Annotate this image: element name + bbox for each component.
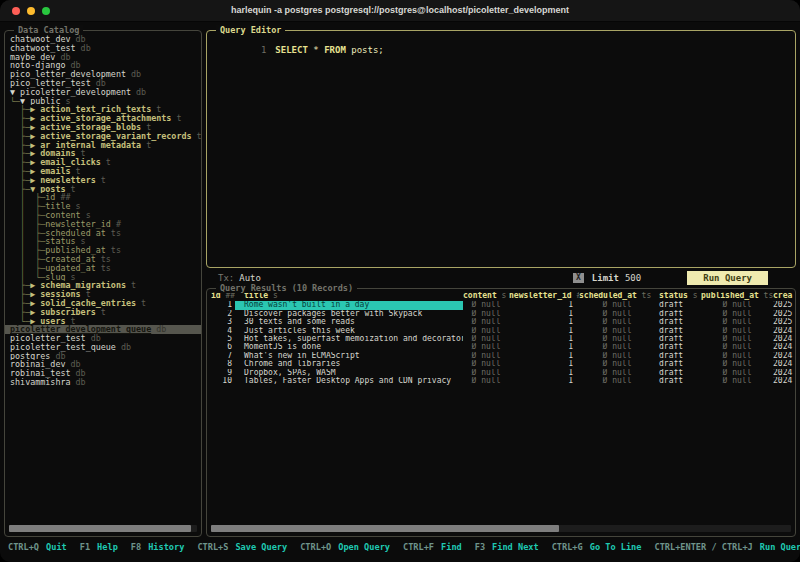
limit-value-input[interactable]: 500 bbox=[625, 273, 641, 283]
shortcut-action-run-query[interactable]: Run Query bbox=[760, 542, 800, 552]
cell-created_at[interactable]: 2024 bbox=[773, 352, 793, 360]
cell-title[interactable]: Just articles this week bbox=[235, 327, 463, 335]
catalog-item-maybe_dev[interactable]: maybe_dev db bbox=[5, 53, 201, 62]
chevron-right-icon[interactable]: ▶ bbox=[30, 308, 40, 317]
catalog-item-content[interactable]: │ ├─content s bbox=[5, 211, 201, 220]
cell-scheduled_at[interactable]: Ø null bbox=[579, 335, 655, 343]
cell-newsletter_id[interactable]: 1 bbox=[509, 369, 579, 377]
catalog-item-active_storage_blobs[interactable]: ├─▶ active_storage_blobs t bbox=[5, 123, 201, 132]
catalog-item-email_clicks[interactable]: ├─▶ email_clicks t bbox=[5, 158, 201, 167]
cell-created_at[interactable]: 2024 bbox=[773, 343, 793, 351]
column-header-published_at[interactable]: published_at ts bbox=[701, 292, 773, 300]
table-row[interactable]: 2Discover packages better with SkypackØ … bbox=[211, 310, 795, 318]
chevron-right-icon[interactable]: ▶ bbox=[30, 317, 40, 326]
catalog-item-ar_internal_metadata[interactable]: ├─▶ ar_internal_metadata t bbox=[5, 141, 201, 150]
cell-newsletter_id[interactable]: 1 bbox=[509, 377, 579, 385]
cell-published_at[interactable]: Ø null bbox=[701, 327, 773, 335]
table-row[interactable]: 9Dropbox, SPAs, WASMØ null1Ø nulldraftØ … bbox=[211, 369, 795, 377]
column-header-status[interactable]: status s bbox=[655, 292, 701, 300]
catalog-item-status[interactable]: │ ├─status s bbox=[5, 237, 201, 246]
catalog-item-noto-django[interactable]: noto-django db bbox=[5, 61, 201, 70]
cell-content[interactable]: Ø null bbox=[463, 335, 509, 343]
cell-id[interactable]: 7 bbox=[211, 352, 235, 360]
cell-published_at[interactable]: Ø null bbox=[701, 335, 773, 343]
chevron-down-icon[interactable]: ▼ bbox=[10, 88, 20, 97]
cell-created_at[interactable]: 2024 bbox=[773, 335, 793, 343]
cell-status[interactable]: draft bbox=[655, 360, 701, 368]
shortcut-action-quit[interactable]: Quit bbox=[46, 542, 67, 552]
table-row[interactable]: 4Just articles this weekØ null1Ø nulldra… bbox=[211, 327, 795, 335]
cell-newsletter_id[interactable]: 1 bbox=[509, 352, 579, 360]
catalog-item-newsletter_id[interactable]: │ ├─newsletter_id # bbox=[5, 220, 201, 229]
catalog-item-picoletter_development[interactable]: ▼ picoletter_development db bbox=[5, 88, 201, 97]
catalog-item-scheduled_at[interactable]: │ ├─scheduled_at ts bbox=[5, 229, 201, 238]
cell-content[interactable]: Ø null bbox=[463, 327, 509, 335]
cell-id[interactable]: 1 bbox=[211, 301, 235, 309]
cell-id[interactable]: 9 bbox=[211, 369, 235, 377]
catalog-item-picoletter_test_queue[interactable]: picoletter_test_queue db bbox=[5, 343, 201, 352]
chevron-down-icon[interactable]: ▼ bbox=[20, 97, 30, 106]
catalog-item-published_at[interactable]: │ ├─published_at ts bbox=[5, 246, 201, 255]
cell-title[interactable]: Dropbox, SPAs, WASM bbox=[235, 369, 463, 377]
catalog-item-pico_letter_test[interactable]: pico_letter_test db bbox=[5, 79, 201, 88]
cell-status[interactable]: draft bbox=[655, 343, 701, 351]
cell-status[interactable]: draft bbox=[655, 335, 701, 343]
catalog-item-active_storage_attachments[interactable]: ├─▶ active_storage_attachments t bbox=[5, 114, 201, 123]
catalog-item-newsletters[interactable]: ├─▶ newsletters t bbox=[5, 176, 201, 185]
shortcut-action-open-query[interactable]: Open Query bbox=[338, 542, 390, 552]
chevron-right-icon[interactable]: ▶ bbox=[30, 176, 40, 185]
cell-status[interactable]: draft bbox=[655, 318, 701, 326]
cell-title[interactable]: Tables, Faster Desktop Apps and CDN priv… bbox=[235, 377, 463, 385]
transaction-mode[interactable]: Tx:Auto bbox=[206, 273, 261, 283]
chevron-right-icon[interactable]: ▶ bbox=[30, 123, 40, 132]
catalog-item-public[interactable]: └─▼ public s bbox=[5, 97, 201, 106]
table-row[interactable]: 5Hot takes, superfast memoization and de… bbox=[211, 335, 795, 343]
column-header-content[interactable]: content s bbox=[463, 292, 509, 300]
cell-newsletter_id[interactable]: 1 bbox=[509, 301, 579, 309]
shortcut-action-find-next[interactable]: Find Next bbox=[492, 542, 539, 552]
cell-scheduled_at[interactable]: Ø null bbox=[579, 360, 655, 368]
catalog-item-posts[interactable]: ├─▼ posts t bbox=[5, 185, 201, 194]
cell-status[interactable]: draft bbox=[655, 352, 701, 360]
cell-created_at[interactable]: 2024 bbox=[773, 369, 793, 377]
cell-title[interactable]: Hot takes, superfast memoization and dec… bbox=[235, 335, 463, 343]
table-row[interactable]: 8Chrome and librariesØ null1Ø nulldraftØ… bbox=[211, 360, 795, 368]
cell-status[interactable]: draft bbox=[655, 377, 701, 385]
cell-content[interactable]: Ø null bbox=[463, 318, 509, 326]
cell-newsletter_id[interactable]: 1 bbox=[509, 335, 579, 343]
cell-id[interactable]: 3 bbox=[211, 318, 235, 326]
cell-newsletter_id[interactable]: 1 bbox=[509, 360, 579, 368]
cell-scheduled_at[interactable]: Ø null bbox=[579, 343, 655, 351]
cell-scheduled_at[interactable]: Ø null bbox=[579, 377, 655, 385]
catalog-item-chatwoot_test[interactable]: chatwoot_test db bbox=[5, 44, 201, 53]
cell-published_at[interactable]: Ø null bbox=[701, 377, 773, 385]
catalog-item-picoletter_test[interactable]: picoletter_test db bbox=[5, 334, 201, 343]
results-horizontal-scrollbar[interactable] bbox=[211, 525, 791, 532]
cell-scheduled_at[interactable]: Ø null bbox=[579, 327, 655, 335]
catalog-item-users[interactable]: └─▶ users t bbox=[5, 317, 201, 326]
cell-scheduled_at[interactable]: Ø null bbox=[579, 369, 655, 377]
cell-content[interactable]: Ø null bbox=[463, 343, 509, 351]
table-row[interactable]: 6MomentJS is doneØ null1Ø nulldraftØ nul… bbox=[211, 343, 795, 351]
query-editor-panel[interactable]: Query Editor 1SELECT * FROM posts; bbox=[206, 30, 796, 268]
cell-published_at[interactable]: Ø null bbox=[701, 369, 773, 377]
cell-content[interactable]: Ø null bbox=[463, 369, 509, 377]
catalog-item-emails[interactable]: ├─▶ emails t bbox=[5, 167, 201, 176]
catalog-item-domains[interactable]: ├─▶ domains t bbox=[5, 149, 201, 158]
table-row[interactable]: 1Rome wasn't built in a dayØ null1Ø null… bbox=[211, 301, 795, 309]
cell-status[interactable]: draft bbox=[655, 369, 701, 377]
cell-title[interactable]: Chrome and libraries bbox=[235, 360, 463, 368]
catalog-scrollbar-thumb[interactable] bbox=[9, 525, 191, 532]
cell-published_at[interactable]: Ø null bbox=[701, 352, 773, 360]
cell-scheduled_at[interactable]: Ø null bbox=[579, 352, 655, 360]
catalog-horizontal-scrollbar[interactable] bbox=[9, 525, 197, 532]
catalog-item-shivammishra[interactable]: shivammishra db bbox=[5, 378, 201, 387]
cell-created_at[interactable]: 2025 bbox=[773, 318, 793, 326]
catalog-item-pico_letter_development[interactable]: pico_letter_development db bbox=[5, 70, 201, 79]
cell-title[interactable]: 30 texts and some reads bbox=[235, 318, 463, 326]
cell-status[interactable]: draft bbox=[655, 310, 701, 318]
cell-scheduled_at[interactable]: Ø null bbox=[579, 318, 655, 326]
shortcut-action-save-query[interactable]: Save Query bbox=[235, 542, 287, 552]
catalog-item-subscribers[interactable]: ├─▶ subscribers t bbox=[5, 308, 201, 317]
sql-code-line[interactable]: 1SELECT * FROM posts; bbox=[207, 31, 795, 65]
